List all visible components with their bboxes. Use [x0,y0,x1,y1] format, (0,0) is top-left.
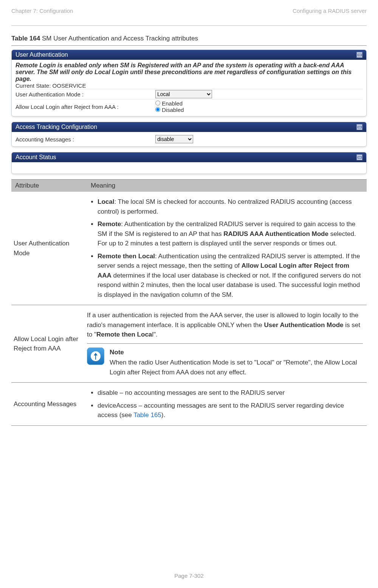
bold-term: Local [98,198,114,205]
collapse-icon[interactable]: ▭ [356,154,363,160]
list-item: deviceAccess – accounting messages are s… [98,401,363,420]
caption-rule [11,45,367,46]
text: l". [152,331,158,338]
allow-enabled-radio[interactable] [155,101,160,105]
auth-mode-label: User Authentication Mode : [15,91,155,98]
bold-term: Remote then Local [98,253,155,260]
account-status-panel: Account Status ▭ [11,152,367,174]
col-meaning: Meaning [87,180,367,192]
col-attribute: Attribute [11,180,87,192]
panel-title: Access Tracking Configuration [15,124,97,130]
attr-name: Accounting Messages [11,383,87,426]
list-item: disable – no accounting messages are sen… [98,388,363,398]
table-row: Accounting Messages disable – no account… [11,383,367,426]
user-authentication-header: User Authentication ▭ [12,50,366,60]
table-row: User Authentication Mode Local: The loca… [11,192,367,305]
attr-name: User Authentication Mode [11,192,87,305]
panel-title: Account Status [15,154,56,161]
note-title: Note [110,348,363,357]
list-item: Local: The local SM is checked for accou… [98,197,363,216]
auth-mode-select[interactable]: Local [155,90,212,98]
table-title: SM User Authentication and Access Tracki… [40,35,198,42]
current-state: Current State: OOSERVICE [15,82,363,89]
accounting-messages-select[interactable]: disable [155,135,193,143]
user-auth-intro: Remote Login is enabled only when SM is … [15,62,363,82]
disabled-label: Disabled [162,107,184,113]
bold-term: Remote then Loca [96,331,152,338]
allow-local-login-label: Allow Local Login after Reject from AAA … [15,104,155,110]
accounting-messages-label: Accounting Messages : [15,136,155,143]
note-box: Note When the radio User Authentication … [87,343,363,377]
note-body: When the radio User Authentication Mode … [110,358,363,377]
attr-meaning: If a user authentication is rejected fro… [87,305,367,383]
page-footer: Page 7-302 [0,572,378,579]
access-tracking-header: Access Tracking Configuration ▭ [12,122,366,132]
attr-meaning: disable – no accounting messages are sen… [87,383,367,426]
collapse-icon[interactable]: ▭ [356,52,363,58]
attr-name: Allow Local Login after Reject from AAA [11,305,87,383]
user-authentication-panel: User Authentication ▭ Remote Login is en… [11,50,367,116]
note-icon [87,348,104,365]
text: : The local SM is checked for accounts. … [98,198,352,215]
allow-disabled-radio[interactable] [155,107,160,112]
list-item: Remote: Authentication by the centralize… [98,219,363,248]
table-link[interactable]: Table 165 [133,411,161,419]
table-number: Table 164 [11,35,40,42]
account-status-body [12,162,366,174]
table-row: Allow Local Login after Reject from AAA … [11,305,367,383]
bold-term: User Authentication Mode [264,321,344,329]
table-caption: Table 164 SM User Authentication and Acc… [11,35,367,42]
enabled-label: Enabled [162,100,183,107]
text: determines if the local user database is… [98,272,361,298]
panel-title: User Authentication [15,51,68,58]
bold-term: Remote [98,220,121,228]
attr-meaning: Local: The local SM is checked for accou… [87,192,367,305]
chapter-label: Chapter 7: Configuration [11,8,73,14]
list-item: Remote then Local: Authentication using … [98,251,363,300]
account-status-header: Account Status ▭ [12,152,366,162]
text: ). [161,411,165,419]
bold-term: RADIUS AAA Authentication Mode [223,230,328,237]
collapse-icon[interactable]: ▭ [356,124,363,130]
attribute-table: Attribute Meaning User Authentication Mo… [11,179,367,426]
section-label: Configuring a RADIUS server [293,8,367,14]
access-tracking-panel: Access Tracking Configuration ▭ Accounti… [11,122,367,147]
